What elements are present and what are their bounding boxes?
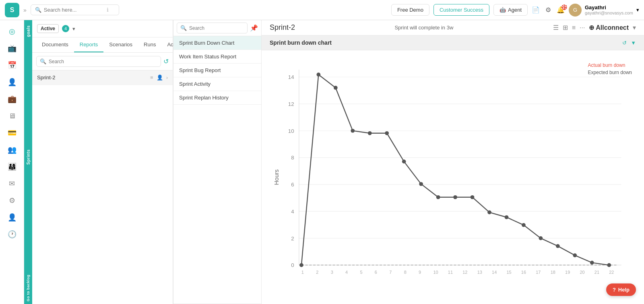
svg-text:6: 6: [375, 270, 377, 275]
global-search-input[interactable]: [44, 7, 104, 13]
sprint-search-input[interactable]: [49, 59, 157, 64]
legend-actual: Actual burn down: [588, 62, 632, 68]
sidebar-icon-gear[interactable]: ⚙: [5, 193, 19, 208]
sprint-user-icon[interactable]: 👤: [157, 74, 163, 81]
backlog-tab[interactable]: Go to backlog: [24, 272, 32, 304]
sprints-tab[interactable]: Sprints: [24, 42, 32, 272]
reports-dropdown-panel: 🔍 📌 Sprint Burn Down ChartWork Item Stat…: [173, 20, 262, 304]
svg-text:19: 19: [565, 270, 570, 275]
refresh-icon[interactable]: ↺: [163, 58, 169, 65]
list-view-icon[interactable]: ☰: [553, 24, 559, 31]
free-demo-button[interactable]: Free Demo: [391, 4, 429, 16]
svg-text:2: 2: [291, 236, 294, 242]
svg-point-47: [419, 182, 423, 186]
goals-tab[interactable]: goals: [24, 20, 32, 42]
svg-point-56: [573, 253, 577, 257]
sprint-list-panel: Active 4 ▾ Documents Reports Scenarios R…: [32, 20, 173, 304]
report-item-3[interactable]: Sprint Activity: [173, 77, 261, 91]
svg-text:0: 0: [291, 262, 294, 268]
customer-success-button[interactable]: Customer Success: [433, 4, 489, 16]
notification-bell[interactable]: 🔔35: [557, 6, 565, 14]
svg-text:4: 4: [291, 209, 294, 215]
nav-expand-icon[interactable]: »: [23, 7, 27, 13]
document-icon[interactable]: 📄: [532, 6, 540, 14]
sprint-dropdown-arrow[interactable]: ▾: [72, 26, 75, 32]
svg-text:5: 5: [360, 270, 362, 275]
svg-point-51: [487, 211, 491, 215]
report-item-2[interactable]: Sprint Bug Report: [173, 64, 261, 77]
svg-text:8: 8: [291, 155, 294, 161]
svg-text:17: 17: [536, 270, 541, 275]
svg-point-45: [385, 131, 389, 135]
chart-refresh-icon[interactable]: ↺: [622, 40, 627, 46]
chart-actions: ↺ ▼: [622, 40, 636, 46]
help-button[interactable]: ? Help: [606, 283, 636, 296]
agent-icon: 🤖: [500, 7, 506, 13]
sprint-arrow-icon[interactable]: ›: [166, 74, 168, 81]
tab-scenarios[interactable]: Scenarios: [103, 37, 138, 52]
report-item-0[interactable]: Sprint Burn Down Chart: [173, 36, 261, 50]
sprint-menu-icon[interactable]: ≡: [150, 74, 153, 81]
sidebar-icon-briefcase[interactable]: 💼: [5, 92, 19, 106]
sidebar-icon-clock[interactable]: 🕐: [5, 227, 19, 242]
info-icon[interactable]: ℹ: [107, 7, 109, 13]
sidebar-icon-users[interactable]: 👥: [5, 143, 19, 157]
report-item-4[interactable]: Sprint Replan History: [173, 91, 261, 105]
sprint-item[interactable]: Sprint-2 ≡ 👤 ›: [32, 70, 173, 85]
burn-down-chart-svg: Hours 0 2 4 6 8 10 12 14: [270, 58, 636, 296]
sidebar-icon-monitor[interactable]: 🖥: [5, 109, 19, 123]
content-header: Sprint-2 Sprint will complete in 3w ☰ ⊞ …: [262, 20, 644, 35]
svg-text:12: 12: [462, 270, 467, 275]
tab-runs[interactable]: Runs: [138, 37, 161, 52]
workspace-dropdown-icon[interactable]: ▾: [633, 24, 636, 31]
sidebar-icon-mail[interactable]: ✉: [5, 176, 19, 191]
sprint-search-bar[interactable]: 🔍: [36, 56, 161, 67]
settings-icon[interactable]: ⚙: [545, 6, 551, 14]
user-profile[interactable]: G Gayathri gayathri@snovasys.com ▾: [569, 4, 639, 17]
svg-text:13: 13: [477, 270, 482, 275]
grid-view-icon[interactable]: ⊞: [563, 24, 568, 31]
sidebar-icon-user2[interactable]: 👤: [5, 210, 19, 225]
help-icon: ?: [613, 287, 616, 293]
sidebar-icon-tv[interactable]: 📺: [5, 41, 19, 56]
search-icon: 🔍: [180, 25, 187, 31]
chart-filter-icon[interactable]: ▼: [631, 40, 636, 46]
search-icon: 🔍: [40, 58, 46, 64]
svg-text:22: 22: [609, 270, 614, 275]
sidebar-icon-target[interactable]: ◎: [5, 24, 19, 39]
rows-view-icon[interactable]: ≡: [572, 24, 576, 31]
svg-point-43: [351, 129, 355, 133]
sidebar-icon-card[interactable]: 💳: [5, 126, 19, 140]
dropdown-chevron-icon[interactable]: ▾: [636, 7, 639, 13]
reports-search-input[interactable]: [189, 25, 244, 31]
pin-icon[interactable]: 📌: [250, 24, 258, 32]
active-count-badge: 4: [62, 25, 69, 32]
app-logo[interactable]: S: [5, 3, 19, 17]
sidebar-icon-team[interactable]: 👨‍👩‍👧: [5, 159, 19, 174]
sprint-nav-tabs: Documents Reports Scenarios Runs Activit…: [32, 37, 173, 53]
svg-text:10: 10: [288, 128, 294, 134]
reports-search-bar[interactable]: 🔍: [177, 23, 248, 33]
global-search-bar[interactable]: 🔍 ℹ: [31, 4, 119, 15]
reports-list: Sprint Burn Down ChartWork Item Status R…: [173, 36, 261, 105]
svg-text:14: 14: [288, 74, 294, 80]
tab-documents[interactable]: Documents: [36, 37, 74, 52]
agent-button[interactable]: 🤖 Agent: [493, 4, 528, 16]
more-options-icon[interactable]: ···: [580, 24, 585, 31]
vertical-tabs: goals Sprints Go to backlog: [24, 20, 32, 304]
sidebar-icon-calendar[interactable]: 📅: [5, 58, 19, 72]
svg-text:11: 11: [448, 270, 453, 275]
svg-text:9: 9: [419, 270, 421, 275]
user-email: gayathri@snovasys.com: [585, 10, 633, 15]
report-item-1[interactable]: Work Item Status Report: [173, 50, 261, 64]
backlog-tab-label: Go to backlog: [26, 275, 30, 302]
tab-reports[interactable]: Reports: [74, 37, 104, 52]
svg-point-42: [334, 86, 338, 90]
active-badge: Active: [37, 24, 59, 33]
sidebar-icon-person[interactable]: 👤: [5, 75, 19, 89]
sprints-tab-label: Sprints: [26, 149, 31, 165]
svg-text:4: 4: [345, 270, 348, 275]
y-axis-label: Hours: [273, 170, 280, 185]
user-name: Gayathri: [585, 4, 633, 10]
svg-point-40: [299, 263, 303, 267]
